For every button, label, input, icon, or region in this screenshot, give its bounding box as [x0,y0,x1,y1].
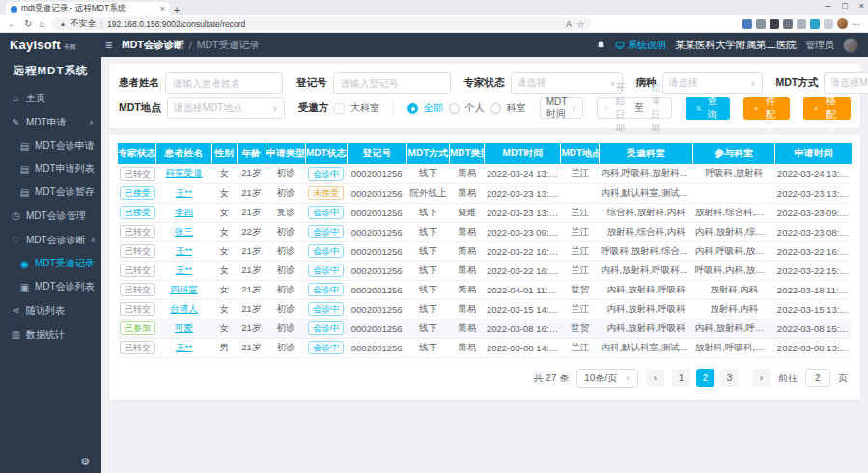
time-field-select[interactable]: MDT时间 ∨ [540,97,584,119]
window-minimize-button[interactable]: ─ [825,1,830,11]
breadcrumb-page: MDT受邀记录 [197,39,260,52]
table-row[interactable]: 已转交王**女21岁初诊会诊中0002001256线下简易2022-03-22 … [118,241,852,261]
browser-menu-icon[interactable]: ⋯ [852,19,860,29]
extension-icon[interactable] [783,19,793,29]
invitee-radio-label[interactable]: 个人 [465,101,485,115]
mdt-location-label: MDT地点 [119,101,161,115]
table-cell: 线下 [406,164,449,183]
sidebar-item-随访列表[interactable]: ⋖随访列表 [0,298,101,322]
page-button-3[interactable]: 3 [720,369,739,387]
extension-icon[interactable] [742,19,752,29]
extension-icon[interactable] [824,19,833,29]
patient-name-cell: 王** [156,183,212,203]
patient-name-link[interactable]: 可爱 [175,322,193,333]
table-row[interactable]: 已转交台湾人女21岁初诊会诊中0002001256线下简易2022-03-15 … [118,299,852,319]
tab-favicon-icon [11,6,17,13]
table-row[interactable]: 已转交科室受邀女21岁初诊会诊中0002001256线下简易2022-03-24… [118,164,852,183]
date-range-picker[interactable]: 开始日期 至 结束日期 [597,97,672,119]
extension-icon[interactable] [770,19,779,29]
expert-status-select[interactable]: 请选择 ∨ [511,72,623,94]
patient-name-input[interactable] [165,72,283,94]
register-no-input[interactable] [333,72,451,94]
big-department-checkbox-label[interactable]: 大科室 [350,101,379,115]
table-row[interactable]: 已接受王**女21岁初诊未接受0002001256院外线上简易2022-03-2… [118,183,852,203]
extension-icon[interactable] [756,19,766,29]
chevron-down-icon: ∨ [750,79,756,88]
window-maximize-button[interactable]: □ [842,1,847,11]
patient-name-link[interactable]: 王** [176,264,192,275]
sidebar-item-MDT会诊管理[interactable]: ◷MDT会诊管理 [0,204,101,228]
goto-page-input[interactable] [805,369,830,387]
expert-status-cell: 已转交 [118,261,156,280]
sidebar-item-MDT受邀记录[interactable]: ◉MDT受邀记录 [0,252,101,275]
sidebar-item-主页[interactable]: ⌂主页 [0,86,101,110]
back-icon[interactable]: ← [8,18,17,29]
table-cell: 0002001256 [347,241,406,261]
invitee-radio-label[interactable]: 全部 [424,101,443,115]
tab-close-icon[interactable]: × [160,4,165,14]
sidebar-item-MDT会诊暂存[interactable]: ▤MDT会诊暂存 [0,181,101,204]
table-row[interactable]: 已转交王**女21岁初诊会诊中0002001256线下简易2022-03-22 … [118,261,852,280]
table-cell: 简易 [449,299,484,319]
refresh-icon[interactable]: ↻ [24,18,32,29]
patient-name-link[interactable]: 王** [176,342,192,352]
extension-icon[interactable] [810,19,820,29]
sidebar-item-MDT会诊申请[interactable]: ▤MDT会诊申请 [0,134,101,157]
prev-page-button[interactable]: ‹ [646,369,664,387]
page-button-2[interactable]: 2 [696,369,714,387]
page-size-select[interactable]: 10条/页 ∨ [576,369,638,388]
table-cell: 呼吸科,放射科,综合科,内科 [599,241,692,261]
invitee-radio-科室[interactable] [490,103,501,114]
notification-bell-icon[interactable] [596,40,606,50]
table-row[interactable]: 已参加可爱女21岁初诊会诊中0002001256线下简易2022-03-08 1… [118,319,852,338]
sidebar-item-MDT申请[interactable]: ✎MDT申请∧ [0,110,101,134]
table-config-button[interactable]: 表格配置 [803,97,851,120]
table-row[interactable]: 已转交四科室女21岁初诊会诊中0002001256线下简易2022-04-01 … [118,280,852,299]
user-avatar[interactable] [843,38,858,53]
expert-status-badge: 已转交 [120,264,155,277]
page-button-1[interactable]: 1 [672,369,690,387]
home-icon[interactable]: ⌂ [39,18,44,29]
read-aloud-icon[interactable]: A [566,19,572,29]
browser-profile-avatar[interactable] [837,18,848,29]
big-department-checkbox[interactable] [334,103,345,114]
patient-name-link[interactable]: 王** [176,187,192,198]
table-row[interactable]: 已转交王**男21岁初诊会诊中0002001256线下简易2022-03-08 … [118,338,852,357]
favorite-star-icon[interactable]: ☆ [577,19,585,29]
sidebar-item-MDT会诊列表[interactable]: ▣MDT会诊列表 [0,275,101,298]
settings-gear-icon[interactable]: ⚙ [80,456,90,468]
patient-name-link[interactable]: 台湾人 [170,303,198,314]
patient-name-cell: 王** [156,241,212,261]
patient-name-link[interactable]: 科室受邀 [165,167,202,178]
patient-name-link[interactable]: 四科室 [170,284,198,294]
sidebar-item-数据统计[interactable]: ▥数据统计 [0,322,101,347]
table-cell: 女 [211,222,237,241]
invitee-radio-个人[interactable] [449,103,460,114]
table-row[interactable]: 已转交张三女22岁初诊会诊中0002001256线下简易2022-03-23 0… [118,222,852,241]
condition-config-button[interactable]: 条件配置 [743,97,791,120]
sidebar-item-MDT申请列表[interactable]: ▤MDT申请列表 [0,157,101,181]
search-button[interactable]: 查询 [686,97,730,120]
collapse-menu-icon[interactable]: ≡ [105,39,112,52]
mdt-location-select[interactable]: 请选择MDT地点 ∨ [167,97,285,119]
browser-tab[interactable]: mdt受邀记录 - 远程MDT系统 × [6,2,170,15]
window-close-button[interactable]: × [859,1,864,11]
sidebar-item-MDT会诊诊断[interactable]: ♡MDT会诊诊断∧ [0,228,101,252]
table-cell: 2022-03-15 14:00:00 [485,299,561,319]
table-cell: 2022-03-24 13:40:00 [485,164,561,183]
invitee-radio-全部[interactable] [407,103,418,114]
breadcrumb: MDT会诊诊断 / MDT受邀记录 [122,39,259,52]
patient-name-link[interactable]: 王** [176,245,192,256]
new-tab-button[interactable]: + [170,4,183,15]
main-content: 患者姓名 登记号 专家状态 请选择 ∨ [101,57,868,473]
invitee-radio-label[interactable]: 科室 [507,101,526,115]
next-page-button[interactable]: › [752,369,770,387]
system-help-link[interactable]: 系统说明 [615,39,666,52]
patient-name-link[interactable]: 李四 [175,207,193,217]
records-table: 专家状态患者姓名性别年龄申请类型MDT状态登记号MDT方式MDT类型MDT时间M… [118,143,852,358]
patient-name-link[interactable]: 张三 [175,226,193,236]
table-row[interactable]: 已接受李四女21岁复诊会诊中0002001256线下疑难2022-03-23 1… [118,203,852,222]
address-bar[interactable]: ▲ 不安全 | 192.168.0.156:9002/consultate/re… [51,17,592,30]
extension-icon[interactable] [797,19,806,29]
disease-select[interactable]: 请选择 ∨ [662,72,763,94]
